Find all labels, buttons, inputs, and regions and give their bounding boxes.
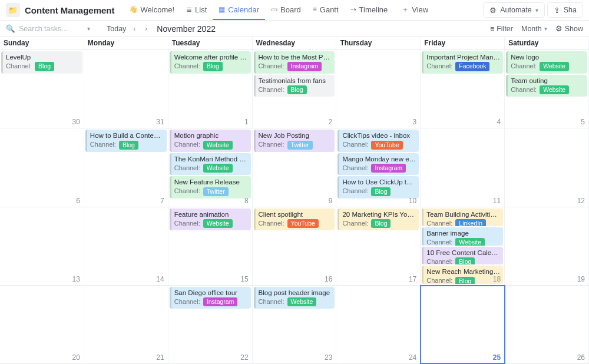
month-label[interactable]: November 2022: [157, 24, 216, 34]
channel-tag[interactable]: Blog: [119, 141, 138, 150]
filter-button[interactable]: ≡ Filter: [490, 25, 513, 33]
calendar-event[interactable]: New Feature ReleaseChannel:Twitter: [170, 176, 251, 198]
calendar-cell[interactable]: 26: [505, 286, 589, 363]
calendar-cell[interactable]: 31: [84, 50, 168, 128]
calendar-event[interactable]: 20 Marketing KPIs You Need toChannel:Blo…: [337, 209, 419, 231]
calendar-event[interactable]: San Diego office tourChannel:Instagram: [170, 287, 251, 309]
calendar-cell[interactable]: San Diego office tourChannel:Instagram22: [168, 286, 253, 363]
calendar-cell[interactable]: New logoChannel:WebsiteTeam outingChanne…: [505, 50, 589, 128]
channel-tag[interactable]: Website: [203, 141, 233, 150]
calendar-event[interactable]: New Job PostingChannel:Twitter: [254, 130, 335, 152]
channel-tag[interactable]: Blog: [371, 187, 391, 196]
calendar-cell[interactable]: Important Project ManagementChannel:Face…: [421, 50, 505, 128]
calendar-event[interactable]: New Reach Marketing: How CliChannel:Blog: [422, 266, 503, 284]
tab-list[interactable]: ≣List: [180, 0, 213, 20]
channel-tag[interactable]: Instagram: [371, 164, 406, 173]
calendar-event[interactable]: Testimonials from fansChannel:Blog: [254, 75, 335, 97]
calendar-cell[interactable]: 20: [0, 286, 84, 363]
calendar-cell[interactable]: 14: [84, 207, 168, 285]
date-number: 3: [413, 118, 417, 126]
calendar-event[interactable]: How to Use ClickUp to SucceedChannel:Blo…: [337, 176, 419, 198]
channel-tag[interactable]: LinkedIn: [455, 219, 486, 226]
calendar-cell[interactable]: Client spotlightChannel:YouTube16: [253, 207, 337, 285]
calendar-cell[interactable]: LevelUpChannel:Blog30: [0, 50, 84, 128]
tab-gantt[interactable]: ≡Gantt: [307, 0, 345, 20]
next-month-button[interactable]: ›: [143, 25, 150, 33]
calendar-event[interactable]: 10 Free Content Calendar TempChannel:Blo…: [422, 247, 503, 265]
calendar-event[interactable]: Important Project ManagementChannel:Face…: [422, 51, 503, 74]
channel-tag[interactable]: Blog: [287, 85, 307, 94]
day-header: Monday: [84, 37, 168, 49]
folder-icon[interactable]: 📁: [6, 3, 20, 17]
tab-timeline[interactable]: ⇢Timeline: [345, 0, 394, 20]
channel-tag[interactable]: YouTube: [371, 141, 402, 150]
calendar-cell[interactable]: New Job PostingChannel:Twitter9: [253, 128, 337, 206]
channel-tag[interactable]: YouTube: [287, 219, 319, 228]
date-number: 17: [409, 275, 416, 283]
calendar-cell[interactable]: Welcome after profile sign-upChannel:Blo…: [168, 50, 253, 128]
month-select[interactable]: Month ▾: [521, 25, 547, 33]
calendar-event[interactable]: ClickTips video - inboxChannel:YouTube: [337, 130, 419, 152]
calendar-event[interactable]: Mango Monday new employeeChannel:Instagr…: [337, 153, 419, 176]
channel-tag[interactable]: Website: [203, 164, 233, 173]
channel-tag[interactable]: Instagram: [287, 62, 322, 71]
add-view-button[interactable]: ＋ View: [396, 5, 434, 16]
calendar-cell[interactable]: 13: [0, 207, 84, 285]
channel-tag[interactable]: Twitter: [287, 141, 313, 150]
calendar-cell[interactable]: Feature animationChannel:Website15: [168, 207, 253, 285]
show-button[interactable]: ⚙ Show: [555, 24, 583, 33]
search-input[interactable]: [19, 25, 84, 33]
calendar-cell[interactable]: ClickTips video - inboxChannel:YouTubeMa…: [336, 128, 421, 206]
channel-tag[interactable]: Blog: [455, 257, 475, 264]
calendar-event[interactable]: Feature animationChannel:Website: [170, 209, 251, 231]
calendar-event[interactable]: Banner imageChannel:Website: [422, 227, 503, 246]
calendar-event[interactable]: Welcome after profile sign-upChannel:Blo…: [170, 51, 251, 74]
calendar-event[interactable]: New logoChannel:Website: [506, 51, 587, 74]
channel-tag[interactable]: Blog: [455, 277, 475, 284]
channel-tag[interactable]: Website: [540, 85, 569, 94]
calendar-event[interactable]: How to be the Most ProductiveChannel:Ins…: [254, 51, 335, 74]
calendar-cell[interactable]: 19: [505, 207, 589, 285]
calendar-cell[interactable]: 25: [421, 286, 505, 363]
channel-tag[interactable]: Website: [540, 62, 569, 71]
channel-tag[interactable]: Website: [203, 219, 233, 228]
calendar-event[interactable]: The KonMari Method for ProjectChannel:We…: [170, 153, 251, 176]
calendar-event[interactable]: Blog post header imageChannel:Website: [254, 287, 335, 309]
prev-month-button[interactable]: ‹: [131, 25, 138, 33]
search-input-wrap[interactable]: 🔍 ▾: [6, 24, 90, 33]
channel-tag[interactable]: Blog: [35, 62, 54, 71]
calendar-event[interactable]: Team outingChannel:Website: [506, 75, 587, 97]
calendar-cell[interactable]: 3: [336, 50, 421, 128]
calendar-cell[interactable]: 12: [505, 128, 589, 206]
tab-calendar[interactable]: ▦Calendar: [213, 0, 265, 20]
calendar-event[interactable]: How to Build a Content CreationChannel:B…: [85, 130, 167, 152]
calendar-cell[interactable]: Motion graphicChannel:WebsiteThe KonMari…: [168, 128, 253, 206]
calendar-cell[interactable]: How to be the Most ProductiveChannel:Ins…: [253, 50, 337, 128]
calendar-cell[interactable]: 11: [421, 128, 505, 206]
calendar-cell[interactable]: 21: [84, 286, 168, 363]
calendar-event[interactable]: Motion graphicChannel:Website: [170, 130, 251, 152]
calendar-cell[interactable]: Blog post header imageChannel:Website23: [253, 286, 337, 363]
channel-tag[interactable]: Twitter: [203, 187, 229, 196]
today-button[interactable]: Today: [107, 25, 126, 33]
share-button[interactable]: ⇪ Sha: [547, 2, 583, 18]
calendar-event[interactable]: LevelUpChannel:Blog: [1, 51, 82, 74]
calendar-event[interactable]: Team Building Activities: 25 ExChannel:L…: [422, 209, 503, 227]
calendar-cell[interactable]: How to Build a Content CreationChannel:B…: [84, 128, 168, 206]
tab-board[interactable]: ▭Board: [265, 0, 307, 20]
calendar-event[interactable]: Client spotlightChannel:YouTube: [254, 209, 335, 231]
calendar-cell[interactable]: 6: [0, 128, 84, 206]
calendar-cell[interactable]: 20 Marketing KPIs You Need toChannel:Blo…: [336, 207, 421, 285]
channel-tag[interactable]: Website: [455, 238, 485, 245]
tab-welcome[interactable]: 👋Welcome!: [123, 0, 181, 20]
channel-tag[interactable]: Instagram: [203, 297, 238, 306]
chevron-down-icon[interactable]: ▾: [87, 25, 90, 32]
calendar-cell[interactable]: Team Building Activities: 25 ExChannel:L…: [421, 207, 505, 285]
channel-tag[interactable]: Facebook: [455, 62, 489, 71]
automate-button[interactable]: ⚙ Automate ▾: [483, 2, 545, 18]
event-title: 20 Marketing KPIs You Need to: [342, 210, 416, 219]
calendar-cell[interactable]: 24: [336, 286, 421, 363]
channel-tag[interactable]: Blog: [371, 219, 391, 228]
channel-tag[interactable]: Website: [287, 297, 317, 306]
channel-tag[interactable]: Blog: [203, 62, 223, 71]
